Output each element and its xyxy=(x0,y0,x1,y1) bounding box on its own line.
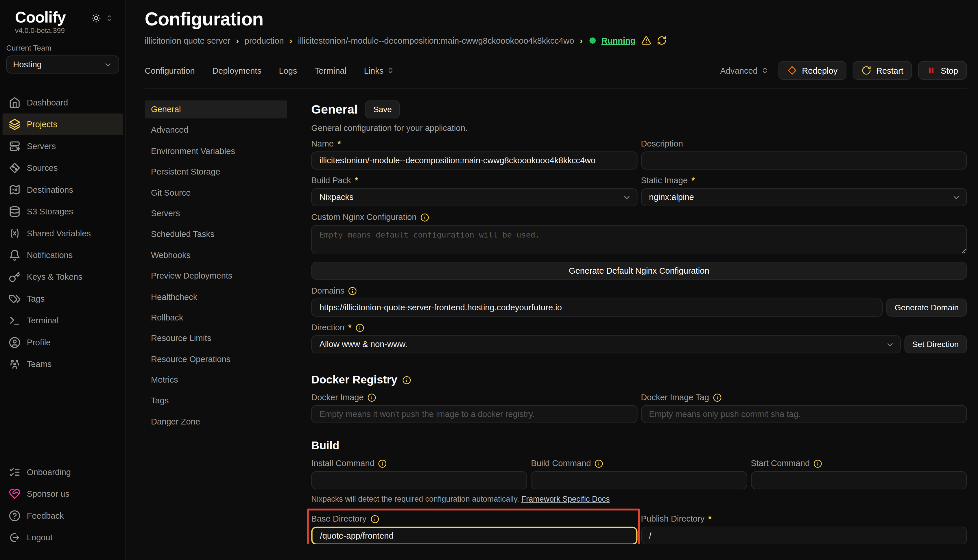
breadcrumb-application[interactable]: illicitestonion/-module--decomposition:m… xyxy=(298,36,574,45)
sidebar-item-dashboard[interactable]: Dashboard xyxy=(3,92,123,113)
sidebar-item-logout[interactable]: Logout xyxy=(3,527,123,548)
info-icon[interactable] xyxy=(713,393,722,402)
info-icon[interactable] xyxy=(595,459,603,468)
breadcrumb-project[interactable]: illicitonion quote server xyxy=(145,36,230,45)
docker-image-input[interactable] xyxy=(311,405,637,423)
tab-logs[interactable]: Logs xyxy=(279,66,297,75)
info-icon[interactable] xyxy=(355,323,364,332)
custom-nginx-textarea[interactable] xyxy=(311,225,967,254)
sidebar-item-feedback[interactable]: Feedback xyxy=(3,505,123,527)
subnav-item-resource-limits[interactable]: Resource Limits xyxy=(145,329,287,348)
sidebar-item-sponsor-us[interactable]: Sponsor us xyxy=(3,483,123,505)
info-icon[interactable] xyxy=(813,459,822,468)
subnav-item-advanced[interactable]: Advanced xyxy=(145,121,287,139)
subnav-item-git-source[interactable]: Git Source xyxy=(145,183,287,202)
app-logo[interactable]: Coolify xyxy=(15,8,66,26)
tab-terminal[interactable]: Terminal xyxy=(314,66,346,75)
status-link[interactable]: Running xyxy=(602,36,635,45)
subnav-item-scheduled-tasks[interactable]: Scheduled Tasks xyxy=(145,225,287,243)
sidebar-item-notifications[interactable]: Notifications xyxy=(3,245,123,266)
tab-deployments[interactable]: Deployments xyxy=(212,66,261,75)
subnav-item-resource-operations[interactable]: Resource Operations xyxy=(145,350,287,368)
breadcrumb-separator: › xyxy=(580,35,583,46)
save-button[interactable]: Save xyxy=(365,100,400,118)
team-select[interactable]: Hosting xyxy=(7,55,119,74)
install-command-input[interactable] xyxy=(311,471,527,490)
set-direction-button[interactable]: Set Direction xyxy=(904,335,967,353)
base-directory-input[interactable] xyxy=(311,527,637,544)
sidebar-item-onboarding[interactable]: Onboarding xyxy=(3,461,123,483)
base-directory-cell: Base Directory xyxy=(311,514,637,544)
warning-icon[interactable] xyxy=(641,35,651,46)
advanced-dropdown[interactable]: Advanced xyxy=(720,66,768,75)
sidebar-item-label: Sources xyxy=(27,163,58,173)
sidebar-item-label: Servers xyxy=(27,142,56,151)
app-version: v4.0.0-beta.399 xyxy=(0,27,125,34)
info-icon[interactable] xyxy=(348,287,357,295)
subnav-item-general[interactable]: General xyxy=(145,100,287,118)
publish-directory-input[interactable] xyxy=(641,527,967,544)
framework-docs-link[interactable]: Framework Specific Docs xyxy=(522,495,610,503)
info-icon[interactable] xyxy=(368,393,376,402)
chevrons-up-down-icon xyxy=(761,67,768,74)
subnav-item-persistent-storage[interactable]: Persistent Storage xyxy=(145,163,287,181)
log-out-icon xyxy=(9,532,20,543)
docker-image-tag-input[interactable] xyxy=(641,405,967,423)
docker-image-tag-label: Docker Image Tag xyxy=(641,393,967,402)
info-icon[interactable] xyxy=(402,376,411,384)
start-command-input[interactable] xyxy=(751,471,967,490)
subnav-item-healthcheck[interactable]: Healthcheck xyxy=(145,288,287,306)
refresh-icon[interactable] xyxy=(657,35,667,46)
stop-button[interactable]: Stop xyxy=(918,61,967,80)
page-title: Configuration xyxy=(145,9,967,30)
generate-domain-button[interactable]: Generate Domain xyxy=(887,298,967,317)
sidebar-item-label: Logout xyxy=(27,533,53,542)
subnav-item-webhooks[interactable]: Webhooks xyxy=(145,246,287,264)
generate-nginx-button[interactable]: Generate Default Nginx Configuration xyxy=(311,262,967,280)
required-marker: * xyxy=(348,323,351,332)
sidebar-item-label: Teams xyxy=(27,360,52,369)
direction-label: Direction * xyxy=(311,323,967,332)
sidebar-item-sources[interactable]: Sources xyxy=(3,157,123,179)
build-command-input[interactable] xyxy=(531,471,747,490)
theme-toggle-icon[interactable] xyxy=(91,13,101,23)
sidebar-item-tags[interactable]: Tags xyxy=(3,288,123,310)
sidebar-item-projects[interactable]: Projects xyxy=(3,113,123,135)
description-input[interactable] xyxy=(641,152,967,170)
user-circle-icon xyxy=(9,337,20,348)
sidebar-item-servers[interactable]: Servers xyxy=(3,135,123,157)
subnav-item-environment-variables[interactable]: Environment Variables xyxy=(145,142,287,160)
redeploy-button[interactable]: Redeploy xyxy=(778,61,846,80)
sidebar-item-label: Notifications xyxy=(27,250,73,260)
breadcrumb: illicitonion quote server › production ›… xyxy=(145,35,967,46)
direction-select[interactable] xyxy=(311,335,900,353)
status-dot xyxy=(590,37,596,43)
sidebar-item-shared-variables[interactable]: Shared Variables xyxy=(3,222,123,244)
info-icon[interactable] xyxy=(378,459,387,468)
subnav-item-tags[interactable]: Tags xyxy=(145,392,287,410)
sidebar-item-destinations[interactable]: Destinations xyxy=(3,179,123,200)
subnav-item-metrics[interactable]: Metrics xyxy=(145,371,287,389)
sidebar-item-profile[interactable]: Profile xyxy=(3,332,123,353)
subnav-item-preview-deployments[interactable]: Preview Deployments xyxy=(145,267,287,285)
static-image-select[interactable] xyxy=(641,188,967,206)
domains-input[interactable] xyxy=(311,298,883,317)
subnav-item-danger-zone[interactable]: Danger Zone xyxy=(145,413,287,431)
sidebar-item-teams[interactable]: Teams xyxy=(3,353,123,375)
section-subtitle: General configuration for your applicati… xyxy=(311,123,967,133)
subnav-item-rollback[interactable]: Rollback xyxy=(145,308,287,327)
sidebar-item-terminal[interactable]: Terminal xyxy=(3,310,123,332)
sidebar-item-label: S3 Storages xyxy=(27,207,73,216)
sidebar-item-keys-tokens[interactable]: Keys & Tokens xyxy=(3,266,123,288)
info-icon[interactable] xyxy=(420,213,429,222)
tab-configuration[interactable]: Configuration xyxy=(145,66,195,75)
breadcrumb-environment[interactable]: production xyxy=(245,36,284,45)
info-icon[interactable] xyxy=(370,515,379,523)
chevrons-up-down-icon[interactable] xyxy=(105,15,113,22)
restart-button[interactable]: Restart xyxy=(853,61,912,80)
build-pack-select[interactable] xyxy=(311,188,637,206)
name-input[interactable] xyxy=(311,152,637,170)
tab-links[interactable]: Links xyxy=(364,66,394,75)
sidebar-item-s3-storages[interactable]: S3 Storages xyxy=(3,201,123,222)
subnav-item-servers[interactable]: Servers xyxy=(145,204,287,222)
